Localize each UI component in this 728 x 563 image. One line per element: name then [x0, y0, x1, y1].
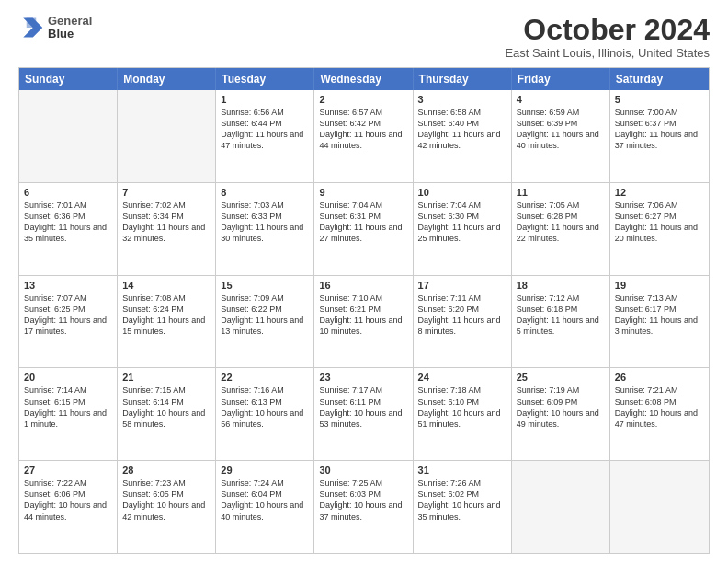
calendar-cell: 2Sunrise: 6:57 AM Sunset: 6:42 PM Daylig… [314, 90, 413, 182]
cell-info: Sunrise: 7:04 AM Sunset: 6:31 PM Dayligh… [319, 200, 407, 245]
cell-info: Sunrise: 7:01 AM Sunset: 6:36 PM Dayligh… [24, 200, 112, 245]
day-number: 23 [319, 372, 407, 383]
logo: General Blue [18, 15, 92, 41]
cell-info: Sunrise: 7:24 AM Sunset: 6:04 PM Dayligh… [221, 477, 309, 523]
cell-info: Sunrise: 6:56 AM Sunset: 6:44 PM Dayligh… [221, 107, 309, 152]
calendar-body: 1Sunrise: 6:56 AM Sunset: 6:44 PM Daylig… [19, 90, 709, 553]
calendar-cell: 7Sunrise: 7:02 AM Sunset: 6:34 PM Daylig… [118, 183, 216, 275]
cell-info: Sunrise: 7:17 AM Sunset: 6:11 PM Dayligh… [319, 385, 407, 430]
cell-info: Sunrise: 7:26 AM Sunset: 6:02 PM Dayligh… [418, 477, 506, 523]
day-number: 10 [418, 187, 506, 198]
header: General Blue October 2024 East Saint Lou… [18, 15, 710, 60]
header-cell-thursday: Thursday [414, 68, 512, 90]
day-number: 22 [221, 372, 309, 383]
day-number: 25 [517, 372, 605, 383]
calendar-cell: 16Sunrise: 7:10 AM Sunset: 6:21 PM Dayli… [314, 276, 413, 368]
header-cell-monday: Monday [118, 68, 216, 90]
cell-info: Sunrise: 7:19 AM Sunset: 6:09 PM Dayligh… [517, 385, 605, 430]
day-number: 13 [24, 280, 112, 291]
calendar-cell: 12Sunrise: 7:06 AM Sunset: 6:27 PM Dayli… [610, 183, 709, 275]
day-number: 1 [221, 94, 309, 105]
cell-info: Sunrise: 7:12 AM Sunset: 6:18 PM Dayligh… [517, 293, 605, 338]
cell-info: Sunrise: 7:16 AM Sunset: 6:13 PM Dayligh… [221, 385, 309, 430]
calendar-cell: 17Sunrise: 7:11 AM Sunset: 6:20 PM Dayli… [414, 276, 512, 368]
day-number: 8 [221, 187, 309, 198]
header-cell-saturday: Saturday [610, 68, 709, 90]
header-cell-sunday: Sunday [19, 68, 118, 90]
page: General Blue October 2024 East Saint Lou… [0, 0, 728, 563]
calendar-cell: 24Sunrise: 7:18 AM Sunset: 6:10 PM Dayli… [414, 368, 512, 460]
day-number: 19 [615, 280, 704, 291]
location: East Saint Louis, Illinois, United State… [505, 46, 710, 60]
day-number: 15 [221, 280, 309, 291]
header-cell-wednesday: Wednesday [314, 68, 413, 90]
day-number: 14 [122, 280, 210, 291]
cell-info: Sunrise: 6:58 AM Sunset: 6:40 PM Dayligh… [418, 107, 506, 152]
day-number: 24 [418, 372, 506, 383]
calendar-cell: 19Sunrise: 7:13 AM Sunset: 6:17 PM Dayli… [610, 276, 709, 368]
calendar-cell: 31Sunrise: 7:26 AM Sunset: 6:02 PM Dayli… [414, 461, 512, 553]
day-number: 28 [122, 465, 210, 476]
cell-info: Sunrise: 7:06 AM Sunset: 6:27 PM Dayligh… [615, 200, 704, 245]
calendar-cell: 14Sunrise: 7:08 AM Sunset: 6:24 PM Dayli… [118, 276, 216, 368]
day-number: 29 [221, 465, 309, 476]
calendar-cell: 5Sunrise: 7:00 AM Sunset: 6:37 PM Daylig… [610, 90, 709, 182]
day-number: 3 [418, 94, 506, 105]
cell-info: Sunrise: 7:21 AM Sunset: 6:08 PM Dayligh… [615, 385, 704, 430]
header-cell-tuesday: Tuesday [216, 68, 314, 90]
header-cell-friday: Friday [512, 68, 610, 90]
day-number: 7 [122, 187, 210, 198]
cell-info: Sunrise: 7:22 AM Sunset: 6:06 PM Dayligh… [24, 477, 112, 523]
day-number: 31 [418, 465, 506, 476]
calendar-header-row: SundayMondayTuesdayWednesdayThursdayFrid… [19, 68, 709, 90]
svg-marker-2 [27, 18, 37, 29]
calendar-cell: 6Sunrise: 7:01 AM Sunset: 6:36 PM Daylig… [19, 183, 118, 275]
cell-info: Sunrise: 7:08 AM Sunset: 6:24 PM Dayligh… [122, 293, 210, 338]
cell-info: Sunrise: 7:04 AM Sunset: 6:30 PM Dayligh… [418, 200, 506, 245]
cell-info: Sunrise: 7:09 AM Sunset: 6:22 PM Dayligh… [221, 293, 309, 338]
day-number: 5 [615, 94, 704, 105]
cell-info: Sunrise: 7:13 AM Sunset: 6:17 PM Dayligh… [615, 293, 704, 338]
calendar-cell: 4Sunrise: 6:59 AM Sunset: 6:39 PM Daylig… [512, 90, 610, 182]
day-number: 12 [615, 187, 704, 198]
calendar-cell: 29Sunrise: 7:24 AM Sunset: 6:04 PM Dayli… [216, 461, 314, 553]
cell-info: Sunrise: 7:07 AM Sunset: 6:25 PM Dayligh… [24, 293, 112, 338]
calendar-cell: 25Sunrise: 7:19 AM Sunset: 6:09 PM Dayli… [512, 368, 610, 460]
cell-info: Sunrise: 7:03 AM Sunset: 6:33 PM Dayligh… [221, 200, 309, 245]
cell-info: Sunrise: 7:02 AM Sunset: 6:34 PM Dayligh… [122, 200, 210, 245]
day-number: 21 [122, 372, 210, 383]
calendar-cell: 8Sunrise: 7:03 AM Sunset: 6:33 PM Daylig… [216, 183, 314, 275]
cell-info: Sunrise: 7:15 AM Sunset: 6:14 PM Dayligh… [122, 385, 210, 430]
calendar-row-2: 13Sunrise: 7:07 AM Sunset: 6:25 PM Dayli… [19, 275, 709, 368]
calendar-cell: 26Sunrise: 7:21 AM Sunset: 6:08 PM Dayli… [610, 368, 709, 460]
calendar-cell: 18Sunrise: 7:12 AM Sunset: 6:18 PM Dayli… [512, 276, 610, 368]
day-number: 4 [517, 94, 605, 105]
calendar-cell: 22Sunrise: 7:16 AM Sunset: 6:13 PM Dayli… [216, 368, 314, 460]
calendar-row-1: 6Sunrise: 7:01 AM Sunset: 6:36 PM Daylig… [19, 182, 709, 275]
day-number: 30 [319, 465, 407, 476]
logo-line1: General [48, 15, 92, 28]
calendar: SundayMondayTuesdayWednesdayThursdayFrid… [18, 67, 710, 554]
calendar-cell: 3Sunrise: 6:58 AM Sunset: 6:40 PM Daylig… [414, 90, 512, 182]
calendar-cell: 27Sunrise: 7:22 AM Sunset: 6:06 PM Dayli… [19, 461, 118, 553]
cell-info: Sunrise: 7:14 AM Sunset: 6:15 PM Dayligh… [24, 385, 112, 430]
day-number: 27 [24, 465, 112, 476]
calendar-cell: 30Sunrise: 7:25 AM Sunset: 6:03 PM Dayli… [314, 461, 413, 553]
cell-info: Sunrise: 6:59 AM Sunset: 6:39 PM Dayligh… [517, 107, 605, 152]
calendar-cell: 21Sunrise: 7:15 AM Sunset: 6:14 PM Dayli… [118, 368, 216, 460]
cell-info: Sunrise: 7:23 AM Sunset: 6:05 PM Dayligh… [122, 477, 210, 523]
logo-icon [18, 15, 44, 40]
cell-info: Sunrise: 7:11 AM Sunset: 6:20 PM Dayligh… [418, 293, 506, 338]
calendar-cell [118, 90, 216, 182]
calendar-cell [610, 461, 709, 553]
day-number: 20 [24, 372, 112, 383]
day-number: 16 [319, 280, 407, 291]
calendar-cell: 10Sunrise: 7:04 AM Sunset: 6:30 PM Dayli… [414, 183, 512, 275]
day-number: 26 [615, 372, 704, 383]
day-number: 9 [319, 187, 407, 198]
calendar-cell [19, 90, 118, 182]
calendar-cell: 13Sunrise: 7:07 AM Sunset: 6:25 PM Dayli… [19, 276, 118, 368]
calendar-cell: 28Sunrise: 7:23 AM Sunset: 6:05 PM Dayli… [118, 461, 216, 553]
day-number: 6 [24, 187, 112, 198]
calendar-row-3: 20Sunrise: 7:14 AM Sunset: 6:15 PM Dayli… [19, 367, 709, 460]
